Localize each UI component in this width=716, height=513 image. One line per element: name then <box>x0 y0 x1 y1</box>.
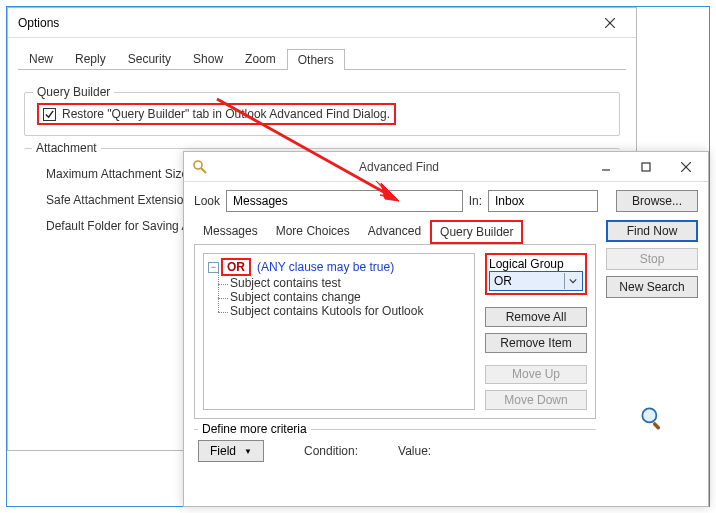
remove-all-button[interactable]: Remove All <box>485 307 587 327</box>
af-tab-query-builder[interactable]: Query Builder <box>430 220 523 244</box>
remove-item-button[interactable]: Remove Item <box>485 333 587 353</box>
af-titlebar: Advanced Find <box>184 152 708 182</box>
screenshot-stage: Options New Reply Security Show Zoom Oth… <box>6 6 710 507</box>
tab-others[interactable]: Others <box>287 49 345 70</box>
af-tab-more-choices[interactable]: More Choices <box>267 220 359 244</box>
svg-point-8 <box>642 408 656 422</box>
in-field[interactable]: Inbox <box>488 190 598 212</box>
af-left: Messages More Choices Advanced Query Bui… <box>194 220 596 462</box>
restore-qb-label: Restore "Query Builder" tab in Outlook A… <box>62 107 390 121</box>
af-tabrow: Messages More Choices Advanced Query Bui… <box>194 220 596 245</box>
af-look-row: Look Messages In: Inbox Browse... <box>194 190 698 212</box>
define-legend: Define more criteria <box>198 422 311 436</box>
options-close-button[interactable] <box>590 11 630 35</box>
close-icon <box>681 162 691 172</box>
af-minimize-button[interactable] <box>586 154 626 180</box>
af-close-button[interactable] <box>666 154 706 180</box>
search-app-icon <box>192 159 208 175</box>
logical-group-select[interactable]: OR <box>489 271 583 291</box>
logical-group-label: Logical Group <box>489 257 583 271</box>
svg-rect-9 <box>652 422 661 431</box>
tab-reply[interactable]: Reply <box>64 48 117 69</box>
query-builder-group: Query Builder Restore "Query Builder" ta… <box>24 92 620 136</box>
tab-zoom[interactable]: Zoom <box>234 48 287 69</box>
attachment-legend: Attachment <box>32 141 101 155</box>
value-label: Value: <box>398 444 431 458</box>
look-field[interactable]: Messages <box>226 190 463 212</box>
af-title: Advanced Find <box>212 160 586 174</box>
magnifier-icon <box>638 404 666 432</box>
look-label: Look <box>194 194 220 208</box>
logical-group-value: OR <box>494 274 512 288</box>
criteria-tree[interactable]: − OR (ANY clause may be true) Subject co… <box>203 253 475 410</box>
tab-security[interactable]: Security <box>117 48 182 69</box>
minimize-icon <box>601 162 611 172</box>
tab-new[interactable]: New <box>18 48 64 69</box>
tree-root[interactable]: − OR (ANY clause may be true) <box>208 258 470 276</box>
af-tab-messages[interactable]: Messages <box>194 220 267 244</box>
options-title: Options <box>18 16 59 30</box>
in-label: In: <box>469 194 482 208</box>
tree-item[interactable]: Subject contains test <box>230 276 470 290</box>
logical-group-highlight: Logical Group OR <box>485 253 587 295</box>
tree-item[interactable]: Subject contains Kutools for Outlook <box>230 304 470 318</box>
stop-button[interactable]: Stop <box>606 248 698 270</box>
panel-side-column: Logical Group OR Remove All Remove Item … <box>485 253 587 410</box>
restore-qb-checkbox[interactable] <box>43 108 56 121</box>
find-now-button[interactable]: Find Now <box>606 220 698 242</box>
af-query-builder-panel: − OR (ANY clause may be true) Subject co… <box>194 245 596 419</box>
query-builder-legend: Query Builder <box>33 85 114 99</box>
field-dropdown-button[interactable]: Field ▼ <box>198 440 264 462</box>
svg-rect-5 <box>642 163 650 171</box>
define-groupbox: Define more criteria <box>194 429 596 430</box>
af-main: Messages More Choices Advanced Query Bui… <box>194 220 698 462</box>
advanced-find-window: Advanced Find Look Messages In: Inbox Br… <box>183 151 709 507</box>
af-body: Look Messages In: Inbox Browse... Messag… <box>184 182 708 472</box>
svg-line-3 <box>201 168 206 173</box>
field-button-label: Field <box>210 444 236 458</box>
checkmark-icon <box>45 110 54 119</box>
chevron-down-icon <box>564 273 580 289</box>
define-criteria-row: Define more criteria <box>194 429 596 430</box>
browse-button[interactable]: Browse... <box>616 190 698 212</box>
svg-point-2 <box>194 161 202 169</box>
move-up-button[interactable]: Move Up <box>485 365 587 385</box>
tab-show[interactable]: Show <box>182 48 234 69</box>
in-value: Inbox <box>495 194 524 208</box>
options-tabstrip: New Reply Security Show Zoom Others <box>18 46 626 70</box>
tree-root-operator: OR <box>221 258 251 276</box>
restore-qb-highlight: Restore "Query Builder" tab in Outlook A… <box>37 103 396 125</box>
tree-root-hint: (ANY clause may be true) <box>257 260 394 274</box>
maximize-icon <box>641 162 651 172</box>
af-window-controls <box>586 154 706 180</box>
af-tab-advanced[interactable]: Advanced <box>359 220 430 244</box>
options-titlebar: Options <box>8 8 636 38</box>
chevron-down-icon: ▼ <box>244 447 252 456</box>
close-icon <box>605 18 615 28</box>
new-search-button[interactable]: New Search <box>606 276 698 298</box>
tree-item[interactable]: Subject contains change <box>230 290 470 304</box>
af-maximize-button[interactable] <box>626 154 666 180</box>
look-value: Messages <box>233 194 288 208</box>
move-down-button[interactable]: Move Down <box>485 390 587 410</box>
condition-label: Condition: <box>304 444 358 458</box>
af-right-buttons: Find Now Stop New Search <box>606 220 698 462</box>
